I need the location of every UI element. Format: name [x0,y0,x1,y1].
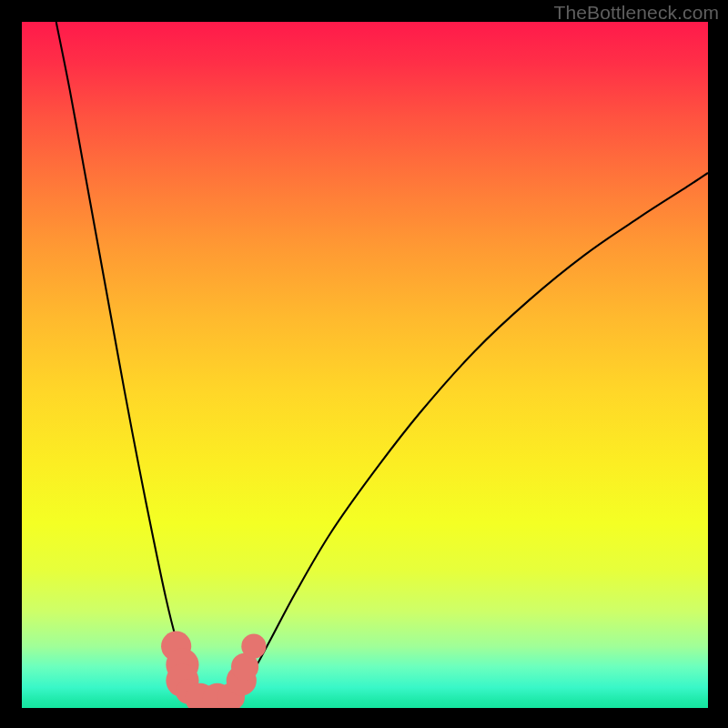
watermark-text: TheBottleneck.com [554,2,719,24]
data-marker [166,664,198,697]
curve-svg [22,22,708,708]
curve-right [235,173,708,702]
plot-area [22,22,708,708]
markers-group [161,632,266,708]
data-marker [202,683,232,708]
data-marker [217,683,245,708]
data-marker [227,665,257,695]
data-marker [161,632,191,662]
curve-left [56,22,207,701]
chart-frame: TheBottleneck.com [0,0,728,728]
data-marker [166,648,198,681]
data-marker [185,683,215,708]
data-marker [231,653,258,681]
data-marker [176,679,200,703]
data-marker [241,634,266,659]
